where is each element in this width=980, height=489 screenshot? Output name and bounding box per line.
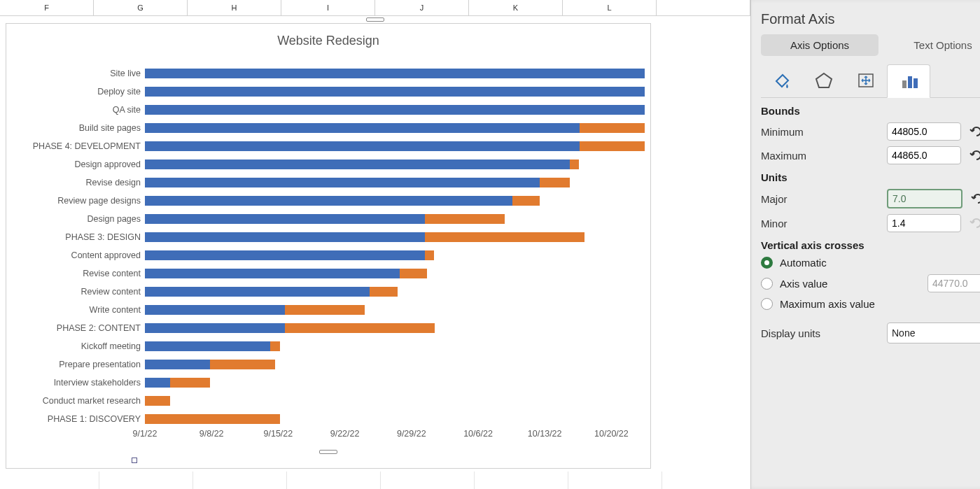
size-tab[interactable] [845, 64, 887, 97]
category-label: Interview stakeholders [12, 374, 141, 392]
column-header[interactable]: J [375, 0, 469, 15]
crosses-automatic-option[interactable]: Automatic [761, 257, 980, 269]
chart-resize-handle-bottom[interactable] [319, 450, 337, 454]
column-header[interactable]: H [188, 0, 281, 15]
bar-segment-orange[interactable] [145, 414, 280, 424]
x-axis-tick: 9/1/22 [133, 429, 158, 439]
chart-row: Design pages [145, 210, 645, 228]
minor-label: Minor [761, 218, 887, 229]
crosses-heading: Vertical axis crosses [761, 239, 980, 251]
radio-selected-icon [761, 257, 773, 269]
reset-minimum-button[interactable] [968, 125, 980, 139]
svg-rect-3 [908, 76, 912, 88]
x-axis-tick: 10/6/22 [463, 429, 493, 439]
minimum-input[interactable] [887, 122, 961, 141]
bar-segment-blue[interactable] [145, 250, 425, 260]
bar-segment-orange[interactable] [210, 360, 275, 369]
column-header[interactable]: G [94, 0, 188, 15]
bar-segment-blue[interactable] [145, 287, 370, 297]
bar-segment-orange[interactable] [580, 141, 645, 151]
chart-row: PHASE 1: DISCOVERY [145, 410, 645, 428]
bar-segment-blue[interactable] [145, 160, 570, 169]
fill-tab[interactable] [761, 64, 803, 97]
bar-segment-blue[interactable] [145, 105, 645, 115]
bar-segment-blue[interactable] [145, 341, 270, 351]
tab-axis-options[interactable]: Axis Options [761, 34, 878, 56]
category-label: Content approved [12, 246, 141, 264]
effects-tab[interactable] [803, 64, 845, 97]
bar-segment-blue[interactable] [145, 178, 540, 187]
axis-selection-handle[interactable] [132, 458, 137, 463]
units-heading: Units [761, 171, 980, 183]
bar-segment-blue[interactable] [145, 305, 285, 315]
chart-plot-area[interactable]: Site liveDeploy siteQA siteBuild site pa… [145, 64, 645, 429]
bar-segment-blue[interactable] [145, 87, 645, 97]
bar-segment-blue[interactable] [145, 360, 210, 369]
bar-segment-blue[interactable] [145, 323, 285, 333]
bar-segment-orange[interactable] [285, 305, 365, 315]
svg-marker-0 [816, 73, 832, 87]
bar-segment-orange[interactable] [370, 287, 397, 297]
display-units-select[interactable]: None [887, 323, 980, 343]
select-value: None [892, 327, 915, 339]
bar-segment-orange[interactable] [540, 178, 570, 187]
x-axis[interactable]: 9/1/229/8/229/15/229/22/229/29/2210/6/22… [145, 429, 645, 447]
bar-segment-orange[interactable] [425, 232, 584, 242]
major-unit-input[interactable] [887, 189, 962, 208]
crosses-axis-value-option[interactable]: Axis value [761, 274, 980, 292]
tab-text-options[interactable]: Text Options [884, 34, 980, 56]
chart-row: Content approved [145, 246, 645, 264]
category-label: Kickoff meeting [12, 337, 141, 355]
category-label: Build site pages [12, 119, 141, 137]
bounds-heading: Bounds [761, 105, 980, 117]
sidebar-title: Format Axis [761, 11, 980, 27]
minimum-label: Minimum [761, 126, 887, 138]
undo-icon [969, 126, 980, 137]
bar-segment-orange[interactable] [580, 123, 645, 133]
bar-segment-orange[interactable] [425, 214, 505, 224]
minor-unit-input[interactable] [887, 214, 961, 232]
bar-segment-orange[interactable] [425, 250, 434, 260]
maximum-input[interactable] [887, 146, 961, 164]
chart-row: PHASE 3: DESIGN [145, 228, 645, 246]
size-arrows-icon [856, 71, 876, 90]
column-header[interactable]: I [281, 0, 375, 15]
chart-resize-handle-top[interactable] [366, 17, 384, 22]
chart-row: Site live [145, 64, 645, 83]
chart-row: Review page designs [145, 192, 645, 210]
bar-segment-blue[interactable] [145, 269, 400, 278]
bar-segment-blue[interactable] [145, 232, 425, 242]
bar-segment-blue[interactable] [145, 69, 645, 78]
bar-segment-orange[interactable] [145, 396, 170, 406]
bar-segment-orange[interactable] [270, 341, 280, 351]
bar-segment-orange[interactable] [512, 196, 540, 206]
bar-segment-blue[interactable] [145, 123, 580, 133]
bar-chart-icon [899, 72, 918, 90]
column-header[interactable]: K [469, 0, 563, 15]
column-header[interactable]: L [563, 0, 657, 15]
x-axis-tick: 10/20/22 [594, 429, 629, 439]
column-header[interactable]: F [0, 0, 94, 15]
bar-segment-blue[interactable] [145, 214, 425, 224]
reset-major-button[interactable] [969, 192, 980, 206]
category-label: PHASE 2: CONTENT [12, 319, 141, 337]
category-label: QA site [12, 101, 141, 119]
axis-value-input [927, 274, 980, 292]
chart-row: Build site pages [145, 119, 645, 137]
bar-segment-blue[interactable] [145, 196, 512, 206]
bar-segment-orange[interactable] [400, 269, 427, 278]
bar-segment-orange[interactable] [170, 378, 210, 388]
column-header[interactable] [657, 0, 750, 15]
x-axis-tick: 9/22/22 [330, 429, 360, 439]
bar-segment-blue[interactable] [145, 378, 170, 388]
reset-maximum-button[interactable] [968, 148, 980, 162]
chart-container[interactable]: Website Redesign Site liveDeploy siteQA … [6, 23, 651, 469]
bar-segment-orange[interactable] [570, 160, 579, 169]
bar-segment-orange[interactable] [285, 323, 435, 333]
axis-properties-tab[interactable] [887, 64, 930, 98]
spreadsheet-cells[interactable] [6, 472, 750, 489]
bar-segment-blue[interactable] [145, 141, 580, 151]
chart-row: Kickoff meeting [145, 337, 645, 355]
crosses-max-value-option[interactable]: Maximum axis value [761, 298, 980, 310]
radio-icon [761, 278, 773, 290]
